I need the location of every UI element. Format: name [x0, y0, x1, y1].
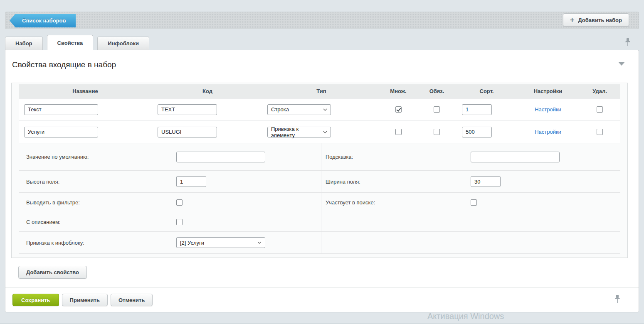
pin-icon-top[interactable] [625, 38, 631, 47]
section-title: Свойства входящие в набор [12, 60, 632, 69]
property-sort-input[interactable] [462, 127, 492, 137]
properties-table-header: Название Код Тип Множ. Обяз. Сорт. Настр… [19, 84, 620, 98]
col-header-settings: Настройки [517, 88, 579, 94]
cancel-button[interactable]: Отменить [111, 294, 153, 306]
col-header-sort: Сорт. [456, 88, 517, 94]
default-value-label: Значение по умолчанию: [19, 154, 176, 160]
col-header-multiple: Множ. [380, 88, 417, 94]
field-width-label: Ширина поля: [321, 179, 360, 185]
in-search-label: Участвует в поиске: [321, 199, 375, 206]
footer-button-bar: Сохранить Применить Отменить [5, 287, 639, 312]
add-property-button[interactable]: Добавить свойство [18, 266, 87, 279]
content-panel: Свойства входящие в набор Название Код Т… [5, 50, 639, 312]
tab-nabor[interactable]: Набор [5, 37, 43, 50]
col-header-type: Тип [263, 88, 380, 94]
tab-svoystva[interactable]: Свойства [47, 35, 94, 50]
col-header-code: Код [152, 88, 263, 94]
property-delete-checkbox[interactable] [597, 129, 603, 135]
collapse-arrow-icon[interactable] [618, 62, 625, 66]
hint-label: Подсказка: [321, 154, 353, 160]
property-required-checkbox[interactable] [434, 129, 440, 135]
add-set-button-label: Добавить набор [578, 17, 622, 23]
col-header-name: Название [19, 88, 152, 94]
property-code-input[interactable] [158, 104, 217, 115]
pin-icon-bottom[interactable] [614, 295, 620, 304]
show-in-filter-label: Выводить в фильтре: [19, 199, 176, 206]
windows-activation-watermark: Активация Windows [427, 312, 504, 321]
iblock-link-value: [2] Услуги [180, 240, 204, 246]
property-type-select[interactable]: Строка [267, 104, 331, 115]
default-value-input[interactable] [176, 152, 265, 162]
chevron-down-icon [323, 108, 327, 111]
property-multiple-checkbox[interactable] [395, 106, 402, 113]
field-height-label: Высота поля: [19, 179, 176, 185]
field-height-input[interactable] [176, 176, 206, 187]
properties-box: Название Код Тип Множ. Обяз. Сорт. Настр… [11, 83, 628, 258]
in-search-checkbox[interactable] [471, 199, 477, 206]
with-description-label: С описанием: [19, 219, 176, 225]
context-bar: Список наборов + Добавить набор [5, 12, 639, 29]
property-settings-form: Значение по умолчанию: Подсказка: Высота… [19, 143, 620, 254]
iblock-link-select[interactable]: [2] Услуги [176, 237, 265, 248]
apply-button[interactable]: Применить [62, 294, 108, 306]
plus-icon: + [570, 16, 575, 24]
property-settings-link[interactable]: Настройки [535, 129, 561, 135]
property-settings-link[interactable]: Настройки [535, 106, 561, 113]
property-name-input[interactable] [24, 127, 98, 137]
section-header: Свойства входящие в набор [5, 50, 639, 83]
property-delete-checkbox[interactable] [597, 106, 603, 113]
field-width-input[interactable] [471, 176, 501, 187]
tab-infobloki[interactable]: Инфоблоки [97, 37, 149, 50]
chevron-down-icon [323, 131, 327, 133]
iblock-link-label: Привязка к инфоблоку: [19, 240, 176, 246]
property-required-checkbox[interactable] [434, 106, 440, 113]
table-row: Привязка к элементу Настройки [19, 121, 620, 143]
property-multiple-checkbox[interactable] [395, 129, 402, 135]
property-type-value: Строка [271, 106, 289, 113]
chevron-down-icon [257, 241, 262, 244]
property-name-input[interactable] [24, 104, 98, 115]
save-button[interactable]: Сохранить [12, 294, 59, 306]
hint-input[interactable] [471, 152, 560, 162]
show-in-filter-checkbox[interactable] [176, 199, 183, 206]
add-set-button[interactable]: + Добавить набор [563, 13, 629, 27]
with-description-checkbox[interactable] [176, 219, 183, 225]
tab-bar: Набор Свойства Инфоблоки [5, 35, 639, 50]
back-to-sets-list-button[interactable]: Список наборов [10, 14, 76, 27]
property-type-select[interactable]: Привязка к элементу [267, 127, 331, 137]
property-code-input[interactable] [158, 127, 217, 137]
property-type-value: Привязка к элементу [271, 126, 323, 138]
table-row: Строка Настройки [19, 98, 620, 121]
property-sort-input[interactable] [462, 104, 492, 115]
col-header-required: Обяз. [417, 88, 456, 94]
col-header-delete: Удал. [579, 88, 620, 94]
